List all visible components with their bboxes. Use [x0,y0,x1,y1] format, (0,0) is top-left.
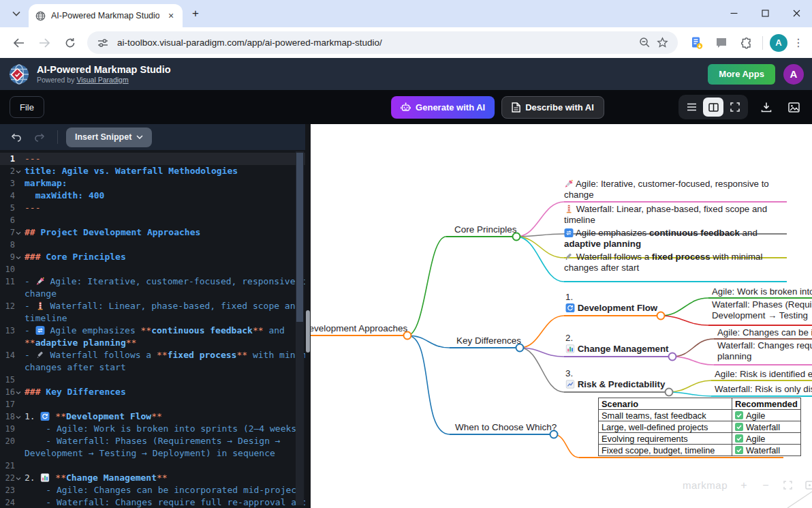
insert-snippet-button[interactable]: Insert Snippet [66,128,152,147]
editor-line[interactable]: 15 [0,374,305,386]
editor-line[interactable]: 21 [0,460,305,472]
minimize-button[interactable] [718,0,749,26]
describe-with-ai-button[interactable]: Describe with AI [501,96,604,119]
editor-line[interactable]: 1--- [0,153,305,165]
leaf-waterfall-linear[interactable]: Waterfall: Linear, phase-based, fixed sc… [564,204,767,225]
node-risk-predictability[interactable]: 3. Risk & Predictability [565,368,665,389]
node-circle-risk[interactable] [666,389,673,396]
url-bar[interactable]: ai-toolbox.visual-paradigm.com/app/ai-po… [87,31,678,54]
editor-line[interactable]: 14- Waterfall follows a **fixed process*… [0,349,305,361]
leaf-rp-agile[interactable]: Agile: Risk is identified ea [715,369,812,380]
editor-line[interactable]: change [0,288,305,300]
leaf-df-agile[interactable]: Agile: Work is broken into s [712,286,812,297]
markmap-panel[interactable]: Project Development Approaches Core Prin… [311,124,812,508]
app-user-avatar[interactable]: A [783,64,804,85]
editor-line[interactable]: 12- Waterfall: Linear, phase-based, fixe… [0,300,305,312]
node-circle-changemgmt[interactable] [669,353,676,361]
editor-line[interactable]: Development → Testing → Deployment) in s… [0,447,305,460]
view-editor-only-button[interactable] [681,98,702,117]
zoom-out-icon[interactable]: − [760,480,771,491]
browser-tab[interactable]: AI-Powered Markmap Studio × [29,4,183,27]
recommendation-table[interactable]: ScenarioRecommendedSmall teams, fast fee… [598,398,801,456]
editor-line[interactable]: 3markmap: [0,177,305,190]
code-editor[interactable]: 1---2title: Agile vs. Waterfall Methodol… [0,150,305,508]
node-key-differences[interactable]: Key Differences [456,335,521,346]
browser-menu-icon[interactable]: ⋮ [790,36,807,49]
node-root[interactable]: Project Development Approaches [311,323,411,333]
editor-line[interactable]: 11- Agile: Iterative, customer-focused, … [0,275,305,288]
editor-line[interactable]: 6 [0,214,305,226]
editor-line[interactable]: 181. **Development Flow** [0,410,305,423]
leaf-agile-feedback[interactable]: Agile emphasizes continuous feedback and… [564,228,758,249]
editor-line[interactable]: 16### Key Differences [0,386,305,398]
fold-chevron-icon[interactable] [16,389,22,395]
generate-with-ai-button[interactable]: Generate with AI [391,96,495,119]
editor-line[interactable]: 8 [0,239,305,251]
zoom-indicator-icon[interactable] [636,34,653,52]
editor-line[interactable]: 23 - Agile: Changes can be incorporated … [0,484,305,496]
fit-view-icon[interactable] [782,480,793,491]
bookmark-star-icon[interactable] [653,34,671,52]
editor-line[interactable]: 19 - Agile: Work is broken into sprints … [0,423,305,435]
redo-button[interactable] [30,128,49,146]
new-tab-button[interactable]: + [187,5,204,23]
side-panel-icon[interactable] [711,33,732,53]
view-fullscreen-button[interactable] [725,98,745,117]
fold-chevron-icon[interactable] [16,413,22,420]
split-divider[interactable] [305,124,311,508]
editor-line[interactable]: 2title: Agile vs. Waterfall Methodologie… [0,165,305,177]
editor-scrollbar[interactable] [296,151,304,505]
editor-line[interactable]: 222. **Change Management** [0,472,305,484]
editor-line[interactable]: 13- Agile emphasizes **continuous feedba… [0,325,305,337]
view-split-button[interactable] [703,98,723,117]
leaf-agile-iterative[interactable]: Agile: Iterative, customer-focused, resp… [564,179,769,200]
url-text[interactable]: ai-toolbox.visual-paradigm.com/app/ai-po… [117,38,636,48]
docs-offline-icon[interactable] [687,33,707,53]
fold-chevron-icon[interactable] [16,475,22,481]
editor-line[interactable]: 10 [0,263,305,275]
tab-search-button[interactable] [7,4,26,23]
editor-line[interactable]: 5--- [0,202,305,214]
editor-line[interactable]: 9### Core Principles [0,251,305,263]
editor-line[interactable]: **adaptive planning** [0,337,305,349]
reload-button[interactable] [59,32,81,54]
node-circle-devflow[interactable] [657,312,665,320]
editor-line[interactable]: 24 - Waterfall: Changes require full re-… [0,496,305,508]
forward-button[interactable] [33,32,55,54]
export-image-button[interactable] [785,98,802,116]
editor-line[interactable]: timeline [0,312,305,325]
leaf-df-waterfall[interactable]: Waterfall: Phases (Require Development →… [712,299,812,320]
split-drag-handle[interactable] [306,310,310,353]
editor-line[interactable]: 7## Project Development Approaches [0,226,305,239]
markmap-brand[interactable]: markmap [683,479,728,491]
tab-close-icon[interactable]: × [165,10,177,22]
maximize-button[interactable] [749,0,781,26]
visual-paradigm-link[interactable]: Visual Paradigm [76,76,128,84]
fold-chevron-icon[interactable] [16,254,22,260]
editor-line[interactable]: 20 - Waterfall: Phases (Requirements → D… [0,435,305,447]
more-apps-button[interactable]: More Apps [708,64,775,85]
node-core-principles[interactable]: Core Principles [454,224,517,235]
node-change-mgmt[interactable]: 2. Change Management [565,333,668,354]
recurse-icon[interactable] [804,480,812,491]
editor-line[interactable]: 4 maxWidth: 400 [0,190,305,202]
extensions-icon[interactable] [736,33,756,53]
zoom-in-icon[interactable]: + [738,480,749,491]
editor-scrollbar-thumb[interactable] [296,153,303,322]
close-window-button[interactable] [781,0,812,26]
leaf-cm-waterfall[interactable]: Waterfall: Changes requ planning [717,340,812,361]
leaf-cm-agile[interactable]: Agile: Changes can be i [717,327,812,338]
editor-line[interactable]: changes after start [0,361,305,374]
editor-line[interactable]: 17 [0,398,305,410]
fold-chevron-icon[interactable] [16,229,22,236]
site-controls-icon[interactable] [94,34,112,52]
file-menu-button[interactable]: File [10,96,44,118]
leaf-rp-waterfall[interactable]: Waterfall: Risk is only dis [715,384,812,395]
leaf-waterfall-fixed[interactable]: Waterfall follows a fixed process with m… [564,252,762,273]
node-when-to-choose[interactable]: When to Choose Which? [455,422,557,432]
node-dev-flow[interactable]: 1. Development Flow [565,292,657,313]
download-button[interactable] [758,98,775,116]
browser-profile-avatar[interactable]: A [770,34,787,52]
fold-chevron-icon[interactable] [16,168,22,175]
back-button[interactable] [7,32,29,54]
